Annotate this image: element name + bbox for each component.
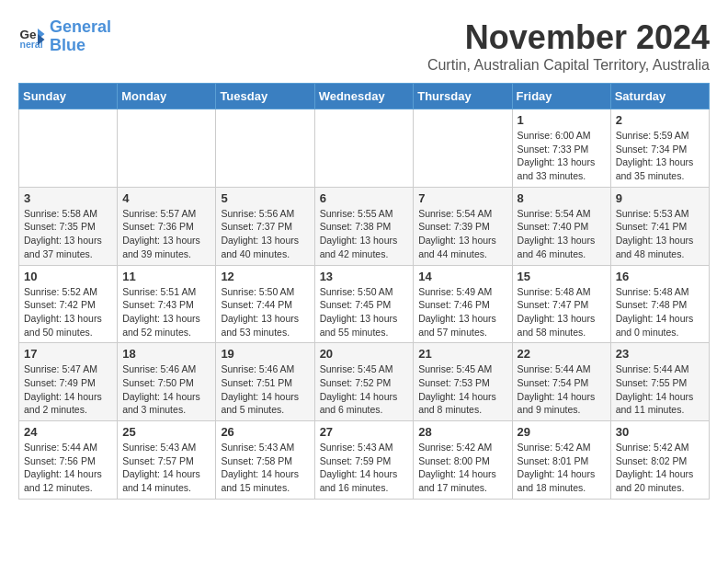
weekday-header: Friday [512, 84, 610, 109]
calendar-cell: 16Sunrise: 5:48 AM Sunset: 7:48 PM Dayli… [610, 265, 709, 343]
day-number: 26 [221, 425, 309, 439]
calendar-cell: 13Sunrise: 5:50 AM Sunset: 7:45 PM Dayli… [314, 265, 414, 343]
day-number: 2 [616, 113, 704, 127]
calendar-cell: 11Sunrise: 5:51 AM Sunset: 7:43 PM Dayli… [118, 265, 216, 343]
calendar-cell [314, 109, 414, 188]
day-info: Sunrise: 5:48 AM Sunset: 7:47 PM Dayligh… [518, 285, 606, 339]
calendar-cell: 10Sunrise: 5:52 AM Sunset: 7:42 PM Dayli… [19, 265, 118, 343]
calendar-cell: 3Sunrise: 5:58 AM Sunset: 7:35 PM Daylig… [19, 187, 118, 265]
day-number: 6 [320, 191, 409, 205]
month-title: November 2024 [427, 18, 710, 57]
day-number: 15 [518, 270, 606, 283]
day-info: Sunrise: 5:54 AM Sunset: 7:39 PM Dayligh… [418, 207, 506, 261]
calendar-cell: 25Sunrise: 5:43 AM Sunset: 7:57 PM Dayli… [118, 421, 216, 500]
logo-line1: General [50, 17, 111, 36]
calendar-cell: 1Sunrise: 6:00 AM Sunset: 7:33 PM Daylig… [512, 109, 610, 188]
calendar-cell: 27Sunrise: 5:43 AM Sunset: 7:59 PM Dayli… [314, 421, 414, 500]
day-number: 4 [122, 191, 210, 205]
calendar-week: 3Sunrise: 5:58 AM Sunset: 7:35 PM Daylig… [19, 187, 710, 265]
calendar-week: 24Sunrise: 5:44 AM Sunset: 7:56 PM Dayli… [19, 421, 710, 500]
day-info: Sunrise: 6:00 AM Sunset: 7:33 PM Dayligh… [518, 129, 606, 183]
day-info: Sunrise: 5:42 AM Sunset: 8:00 PM Dayligh… [418, 441, 506, 495]
calendar-cell: 17Sunrise: 5:47 AM Sunset: 7:49 PM Dayli… [19, 343, 118, 421]
day-info: Sunrise: 5:45 AM Sunset: 7:52 PM Dayligh… [320, 362, 409, 417]
day-number: 30 [616, 425, 704, 439]
calendar-cell [414, 109, 512, 188]
logo: Ge neral General Blue [18, 18, 111, 55]
calendar-cell: 30Sunrise: 5:42 AM Sunset: 8:02 PM Dayli… [610, 421, 709, 500]
day-info: Sunrise: 5:54 AM Sunset: 7:40 PM Dayligh… [518, 207, 606, 261]
calendar-cell: 19Sunrise: 5:46 AM Sunset: 7:51 PM Dayli… [216, 343, 314, 421]
weekday-header: Wednesday [314, 84, 414, 109]
calendar-cell: 15Sunrise: 5:48 AM Sunset: 7:47 PM Dayli… [512, 265, 610, 343]
calendar-cell: 8Sunrise: 5:54 AM Sunset: 7:40 PM Daylig… [512, 187, 610, 265]
calendar-cell: 21Sunrise: 5:45 AM Sunset: 7:53 PM Dayli… [414, 343, 512, 421]
calendar-cell: 6Sunrise: 5:55 AM Sunset: 7:38 PM Daylig… [314, 187, 414, 265]
day-info: Sunrise: 5:46 AM Sunset: 7:50 PM Dayligh… [122, 362, 210, 417]
location-title: Curtin, Australian Capital Territory, Au… [427, 57, 710, 74]
calendar-cell: 28Sunrise: 5:42 AM Sunset: 8:00 PM Dayli… [414, 421, 512, 500]
calendar-cell: 24Sunrise: 5:44 AM Sunset: 7:56 PM Dayli… [19, 421, 118, 500]
day-info: Sunrise: 5:44 AM Sunset: 7:55 PM Dayligh… [616, 362, 704, 417]
day-info: Sunrise: 5:56 AM Sunset: 7:37 PM Dayligh… [221, 207, 309, 261]
day-info: Sunrise: 5:43 AM Sunset: 7:58 PM Dayligh… [221, 441, 309, 495]
day-info: Sunrise: 5:42 AM Sunset: 8:02 PM Dayligh… [616, 441, 704, 495]
day-number: 13 [320, 270, 409, 283]
day-info: Sunrise: 5:59 AM Sunset: 7:34 PM Dayligh… [616, 129, 704, 183]
day-number: 29 [518, 425, 606, 439]
weekday-header: Saturday [610, 84, 709, 109]
calendar-cell: 7Sunrise: 5:54 AM Sunset: 7:39 PM Daylig… [414, 187, 512, 265]
calendar-header: SundayMondayTuesdayWednesdayThursdayFrid… [19, 84, 710, 109]
weekday-header: Thursday [414, 84, 512, 109]
calendar-cell [216, 109, 314, 188]
day-number: 22 [518, 347, 606, 361]
day-number: 19 [221, 347, 309, 361]
calendar: SundayMondayTuesdayWednesdayThursdayFrid… [18, 83, 710, 500]
calendar-cell: 12Sunrise: 5:50 AM Sunset: 7:44 PM Dayli… [216, 265, 314, 343]
page-header: Ge neral General Blue November 2024 Curt… [18, 18, 710, 74]
day-info: Sunrise: 5:43 AM Sunset: 7:57 PM Dayligh… [122, 441, 210, 495]
day-number: 27 [320, 425, 409, 439]
calendar-cell [19, 109, 118, 188]
weekday-header: Sunday [19, 84, 118, 109]
calendar-cell: 18Sunrise: 5:46 AM Sunset: 7:50 PM Dayli… [118, 343, 216, 421]
day-info: Sunrise: 5:50 AM Sunset: 7:44 PM Dayligh… [221, 285, 309, 339]
day-number: 12 [221, 270, 309, 283]
day-number: 18 [122, 347, 210, 361]
day-info: Sunrise: 5:50 AM Sunset: 7:45 PM Dayligh… [320, 285, 409, 339]
calendar-cell: 14Sunrise: 5:49 AM Sunset: 7:46 PM Dayli… [414, 265, 512, 343]
day-info: Sunrise: 5:46 AM Sunset: 7:51 PM Dayligh… [221, 362, 309, 417]
day-number: 25 [122, 425, 210, 439]
day-number: 17 [24, 347, 112, 361]
calendar-cell: 23Sunrise: 5:44 AM Sunset: 7:55 PM Dayli… [610, 343, 709, 421]
day-info: Sunrise: 5:57 AM Sunset: 7:36 PM Dayligh… [122, 207, 210, 261]
day-info: Sunrise: 5:44 AM Sunset: 7:54 PM Dayligh… [518, 362, 606, 417]
day-number: 21 [418, 347, 506, 361]
weekday-header: Tuesday [216, 84, 314, 109]
day-info: Sunrise: 5:45 AM Sunset: 7:53 PM Dayligh… [418, 362, 506, 417]
day-number: 28 [418, 425, 506, 439]
weekday-header: Monday [118, 84, 216, 109]
day-number: 8 [518, 191, 606, 205]
day-info: Sunrise: 5:55 AM Sunset: 7:38 PM Dayligh… [320, 207, 409, 261]
calendar-week: 1Sunrise: 6:00 AM Sunset: 7:33 PM Daylig… [19, 109, 710, 188]
calendar-cell: 29Sunrise: 5:42 AM Sunset: 8:01 PM Dayli… [512, 421, 610, 500]
day-info: Sunrise: 5:49 AM Sunset: 7:46 PM Dayligh… [418, 285, 506, 339]
day-info: Sunrise: 5:44 AM Sunset: 7:56 PM Dayligh… [24, 441, 112, 495]
day-info: Sunrise: 5:53 AM Sunset: 7:41 PM Dayligh… [616, 207, 704, 261]
day-info: Sunrise: 5:48 AM Sunset: 7:48 PM Dayligh… [616, 285, 704, 339]
day-info: Sunrise: 5:43 AM Sunset: 7:59 PM Dayligh… [320, 441, 409, 495]
day-number: 3 [24, 191, 112, 205]
logo-icon: Ge neral [18, 23, 46, 51]
day-number: 9 [616, 191, 704, 205]
day-info: Sunrise: 5:51 AM Sunset: 7:43 PM Dayligh… [122, 285, 210, 339]
calendar-cell: 22Sunrise: 5:44 AM Sunset: 7:54 PM Dayli… [512, 343, 610, 421]
calendar-week: 17Sunrise: 5:47 AM Sunset: 7:49 PM Dayli… [19, 343, 710, 421]
day-number: 11 [122, 270, 210, 283]
calendar-cell: 4Sunrise: 5:57 AM Sunset: 7:36 PM Daylig… [118, 187, 216, 265]
day-number: 24 [24, 425, 112, 439]
logo-line2: Blue [50, 36, 85, 54]
title-block: November 2024 Curtin, Australian Capital… [427, 18, 710, 74]
day-number: 20 [320, 347, 409, 361]
day-number: 1 [518, 113, 606, 127]
